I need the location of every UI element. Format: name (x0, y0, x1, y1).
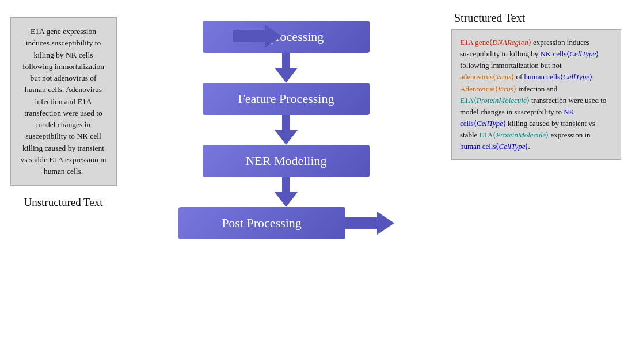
seg-27: ProteinMolecule (477, 96, 527, 105)
seg-8: ⟩ (596, 49, 599, 58)
v-shaft (282, 177, 290, 192)
seg-37: ProteinMolecule (496, 131, 546, 139)
seg-40: human cells (460, 142, 496, 151)
seg-39: expression in (549, 131, 590, 139)
arrow-head-right (377, 212, 394, 235)
ner-modelling-row: NER Modelling (127, 145, 446, 177)
right-panel: Structured Text E1A gene⟨DNARegion⟩ expr… (446, 0, 624, 364)
v-shaft (282, 53, 290, 68)
seg-25: E1A (460, 96, 474, 105)
seg-14: of (514, 72, 524, 81)
unstructured-text: E1A gene expression induces susceptibili… (20, 27, 106, 175)
seg-42: CellType (499, 142, 525, 151)
arrow-shaft (233, 30, 265, 42)
seg-20: Adenovirus (460, 85, 495, 93)
post-processing-row: Post Processing (127, 207, 446, 239)
seg-24: infection and (516, 85, 557, 93)
seg-35: E1A (480, 131, 493, 139)
v-arrowhead (275, 192, 298, 207)
ner-modelling-step: NER Modelling (203, 145, 370, 177)
v-arrowhead (275, 68, 298, 83)
post-processing-step: Post Processing (178, 207, 345, 239)
seg-19: . (592, 72, 594, 81)
structured-label: Structured Text (451, 12, 525, 25)
arrow-shaft-right (345, 217, 377, 229)
seg-9: following immortalization but not (460, 61, 562, 70)
unstructured-label: Unstructured Text (24, 196, 102, 209)
unstructured-text-box: E1A gene expression induces susceptibili… (10, 17, 117, 186)
arrow-head (265, 25, 282, 48)
seg-15: human cells (524, 72, 560, 81)
seg-44: . (528, 142, 530, 151)
seg-5: NK cells (540, 49, 566, 58)
seg-2: DNARegion (492, 38, 528, 47)
seg-32: CellType (477, 119, 503, 128)
seg-17: CellType (563, 72, 589, 81)
feature-processing-row: Feature Processing (127, 83, 446, 115)
arrow-connector-1 (275, 53, 298, 83)
pipeline-wrapper: Pre-processing Feature Processing (127, 10, 446, 239)
diagram-container: E1A gene expression induces susceptibili… (0, 0, 624, 364)
arrow-connector-2 (275, 115, 298, 145)
left-panel: E1A gene expression induces susceptibili… (0, 0, 127, 364)
pre-processing-step: Pre-processing (203, 21, 370, 53)
v-arrowhead (275, 130, 298, 145)
pre-processing-row: Pre-processing (127, 21, 446, 53)
right-output-arrow (345, 212, 394, 235)
seg-7: CellType (569, 49, 596, 58)
seg-0: E1A gene (460, 38, 489, 47)
center-pipeline: Pre-processing Feature Processing (127, 0, 446, 364)
seg-12: Virus (496, 72, 511, 81)
structured-text-box: E1A gene⟨DNARegion⟩ expression induces s… (451, 29, 621, 160)
left-input-arrow (233, 25, 282, 48)
v-shaft (282, 115, 290, 130)
seg-22: Virus (498, 85, 513, 93)
feature-processing-step: Feature Processing (203, 83, 370, 115)
arrow-connector-3 (275, 177, 298, 207)
seg-10: adenovirus (460, 72, 493, 81)
